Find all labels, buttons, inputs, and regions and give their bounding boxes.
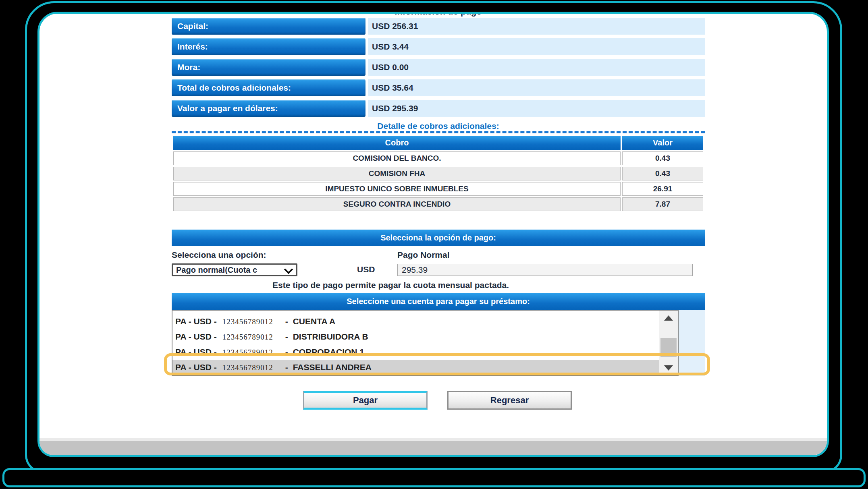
payment-option-select-value: Pago normal(Cuota c xyxy=(176,265,282,275)
account-rows: PA - USD -123456789012-CUENTA COMERCIAL … xyxy=(172,311,659,375)
charges-table: Cobro Valor COMISION DEL BANCO. 0.43 COM… xyxy=(172,134,705,213)
down-arrow-icon xyxy=(664,365,673,371)
summary-row: Interés: USD 3.44 xyxy=(172,38,705,55)
summary-row: Capital: USD 256.31 xyxy=(172,18,705,35)
payment-option-controls: Pago normal(Cuota c USD xyxy=(172,263,705,277)
up-arrow-icon xyxy=(664,315,673,321)
table-row: COMISION FHA 0.43 xyxy=(173,167,703,180)
charges-header-valor: Valor xyxy=(622,136,703,150)
payment-option-select[interactable]: Pago normal(Cuota c xyxy=(172,263,297,276)
summary-row: Valor a pagar en dólares: USD 295.39 xyxy=(172,100,705,117)
scroll-down-button[interactable] xyxy=(659,361,678,375)
charge-value: 0.43 xyxy=(622,151,703,165)
account-name: CORPORACION 1 xyxy=(293,347,364,356)
laptop-base xyxy=(2,468,866,487)
back-button[interactable]: Regresar xyxy=(447,391,572,410)
account-prefix: PA - USD - xyxy=(175,317,217,326)
charges-header-cobro: Cobro xyxy=(173,136,621,150)
amount-input[interactable] xyxy=(397,264,693,276)
charge-value: 0.43 xyxy=(622,167,703,180)
summary-value: USD 35.64 xyxy=(368,79,705,96)
pay-button[interactable]: Pagar xyxy=(303,391,428,410)
listbox-scrollbar[interactable] xyxy=(659,311,678,375)
payment-option-section-bar: Selecciona la opción de pago: xyxy=(172,230,705,246)
laptop-screen: Información de pago Capital: USD 256.31 … xyxy=(37,12,829,457)
page-footer-strip-dark xyxy=(39,441,827,455)
account-number: 123456789012 xyxy=(222,333,273,341)
charge-value: 26.91 xyxy=(622,182,703,196)
account-separator: - xyxy=(285,332,288,341)
currency-label: USD xyxy=(357,265,375,274)
account-number: 123456789012 xyxy=(222,317,273,326)
payment-option-labels: Selecciona una opción: Pago Normal xyxy=(172,250,705,261)
table-row: COMISION DEL BANCO. 0.43 xyxy=(173,151,703,165)
account-number: 123456789012 xyxy=(222,348,273,356)
account-separator: - xyxy=(285,363,288,372)
charges-header-row: Cobro Valor xyxy=(173,136,703,150)
charge-item: COMISION DEL BANCO. xyxy=(173,151,621,165)
table-row: SEGURO CONTRA INCENDIO 7.87 xyxy=(173,197,703,211)
summary-label: Valor a pagar en dólares: xyxy=(172,100,365,117)
account-separator: - xyxy=(285,347,288,356)
account-name: FASSELLI ANDREA xyxy=(293,363,372,372)
payment-type-label: Pago Normal xyxy=(397,250,450,260)
chevron-down-icon xyxy=(284,265,293,274)
payment-summary-table: Capital: USD 256.31 Interés: USD 3.44 Mo… xyxy=(172,14,705,117)
account-prefix: PA - USD - xyxy=(175,347,217,356)
scroll-up-button[interactable] xyxy=(659,311,678,325)
dashed-divider xyxy=(172,131,705,133)
account-name: DISTRIBUIDORA B xyxy=(293,332,368,341)
account-option-clipped[interactable]: PA - USD -123456789012-CUENTA COMERCIAL … xyxy=(172,311,659,314)
page-content: Información de pago Capital: USD 256.31 … xyxy=(172,14,705,376)
account-listbox[interactable]: PA - USD -123456789012-CUENTA COMERCIAL … xyxy=(172,310,679,376)
summary-value: USD 295.39 xyxy=(368,100,705,117)
summary-row: Mora: USD 0.00 xyxy=(172,59,705,76)
charge-value: 7.87 xyxy=(622,197,703,211)
account-option[interactable]: PA - USD -123456789012-DISTRIBUIDORA B xyxy=(172,329,659,344)
charge-item: IMPUESTO UNICO SOBRE INMUEBLES xyxy=(173,182,621,196)
summary-label: Capital: xyxy=(172,18,365,35)
account-name: CUENTA A xyxy=(293,317,335,326)
summary-value: USD 256.31 xyxy=(368,18,705,35)
summary-label: Interés: xyxy=(172,38,365,55)
account-number: 123456789012 xyxy=(222,363,273,372)
scroll-thumb[interactable] xyxy=(660,338,677,357)
account-panel: PA - USD -123456789012-CUENTA COMERCIAL … xyxy=(172,310,705,376)
table-row: IMPUESTO UNICO SOBRE INMUEBLES 26.91 xyxy=(173,182,703,196)
summary-label: Mora: xyxy=(172,59,365,76)
charges-section-title: Detalle de cobros adicionales: xyxy=(172,121,705,131)
account-section-bar: Seleccione una cuenta para pagar su prés… xyxy=(172,293,705,310)
summary-row: Total de cobros adicionales: USD 35.64 xyxy=(172,79,705,96)
account-separator: - xyxy=(285,317,288,326)
charge-item: COMISION FHA xyxy=(173,167,621,180)
page-title: Información de pago xyxy=(172,14,705,17)
charge-item: SEGURO CONTRA INCENDIO xyxy=(173,197,621,211)
account-option[interactable]: PA - USD -123456789012-CORPORACION 1 xyxy=(172,344,659,360)
summary-label: Total de cobros adicionales: xyxy=(172,79,365,96)
payment-page: Información de pago Capital: USD 256.31 … xyxy=(39,14,827,455)
account-prefix: PA - USD - xyxy=(175,363,217,372)
page-footer-strip-light xyxy=(39,438,827,441)
account-option-selected[interactable]: PA - USD -123456789012-FASSELLI ANDREA xyxy=(172,360,659,375)
account-option[interactable]: PA - USD -123456789012-CUENTA A xyxy=(172,314,659,329)
payment-type-description: Este tipo de pago permite pagar la cuota… xyxy=(172,280,705,290)
summary-value: USD 3.44 xyxy=(368,38,705,55)
account-prefix: PA - USD - xyxy=(175,332,217,341)
select-option-label: Selecciona una opción: xyxy=(172,250,266,260)
summary-value: USD 0.00 xyxy=(368,59,705,76)
